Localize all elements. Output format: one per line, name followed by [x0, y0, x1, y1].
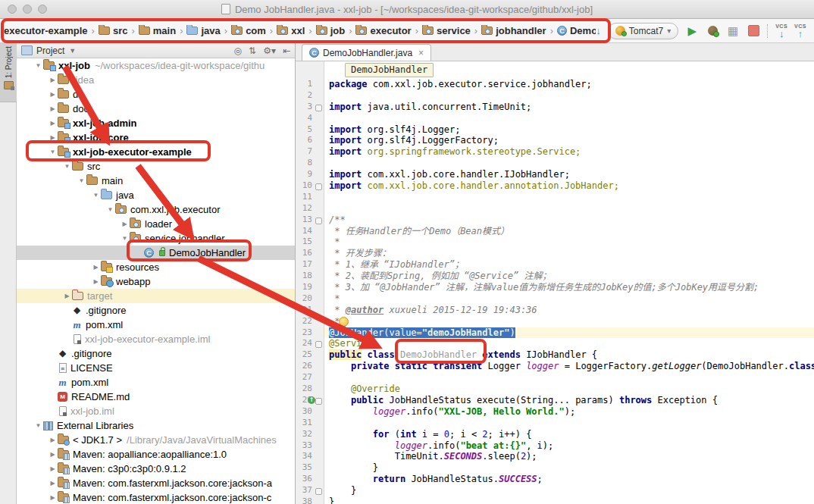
tree-item-doc[interactable]: ▶doc	[17, 102, 295, 116]
tree-closed-arrow-icon[interactable]: ▶	[48, 480, 58, 487]
tree-item-com.xxl.job.executor[interactable]: ▼com.xxl.job.executor	[17, 202, 295, 217]
breadcrumb-item-src[interactable]: src	[99, 25, 128, 36]
code-line-7[interactable]: import org.springframework.stereotype.Se…	[324, 146, 814, 158]
tree-closed-arrow-icon[interactable]: ▶	[48, 451, 58, 458]
code-area[interactable]: package com.xxl.job.executor.service.job…	[324, 61, 814, 504]
locate-file-icon[interactable]: ◎	[234, 45, 242, 56]
tree-item-pom.xml[interactable]: mpom.xml	[17, 318, 295, 332]
breadcrumb-item-service[interactable]: service	[422, 25, 471, 36]
code-line-18[interactable]: * 2、装配到Spring, 例如加 “@Service” 注解；	[324, 271, 814, 282]
chevron-down-icon[interactable]: ▼	[69, 47, 76, 55]
tree-closed-arrow-icon[interactable]: ▶	[48, 494, 58, 501]
breadcrumb-item-com[interactable]: com	[231, 25, 266, 36]
tree-open-arrow-icon[interactable]: ▼	[77, 177, 86, 184]
tree-open-arrow-icon[interactable]: ▼	[120, 235, 130, 242]
code-line-3[interactable]: import java.util.concurrent.TimeUnit;	[324, 102, 814, 113]
tree-closed-arrow-icon[interactable]: ▶	[120, 221, 130, 227]
code-line-22[interactable]: */	[324, 316, 814, 327]
collapse-panel-icon[interactable]: ⇤	[283, 45, 290, 56]
code-line-35[interactable]: }	[324, 462, 814, 474]
tree-item-README.md[interactable]: MREADME.md	[17, 390, 295, 404]
code-line-16[interactable]: * 开发步骤：	[324, 248, 814, 259]
code-line-13[interactable]: /**	[324, 214, 814, 226]
code-line-19[interactable]: * 3、加 “@JobHander” 注解，注解value值为新增任务生成的Jo…	[324, 282, 814, 293]
fold-marker-icon[interactable]	[315, 105, 322, 111]
tree-closed-arrow-icon[interactable]: ▶	[48, 105, 58, 112]
minimize-button[interactable]	[23, 5, 32, 14]
code-line-23[interactable]: @JobHander(value="demoJobHandler")	[324, 327, 814, 339]
tree-closed-arrow-icon[interactable]: ▶	[91, 278, 101, 285]
tree-item-pom.xml[interactable]: mpom.xml	[17, 375, 295, 390]
code-line-37[interactable]: }	[324, 485, 814, 496]
fold-marker-icon[interactable]	[315, 488, 322, 495]
tree-item-External Libraries[interactable]: ▼External Libraries	[17, 418, 295, 433]
code-line-5[interactable]: import org.slf4j.Logger;	[324, 124, 814, 136]
code-line-27[interactable]	[324, 372, 814, 383]
tree-item-xxl-job-admin[interactable]: ▶xxl-job-admin	[17, 116, 295, 130]
code-line-33[interactable]: logger.info("beat at:{}", i);	[324, 440, 814, 452]
tree-item-java[interactable]: ▼java	[17, 188, 295, 202]
coverage-button[interactable]	[726, 24, 740, 38]
tree-open-arrow-icon[interactable]: ▼	[62, 163, 72, 170]
code-line-31[interactable]	[324, 418, 814, 429]
tree-item-.gitignore[interactable]: ◆.gitignore	[17, 346, 295, 361]
tree-item-.idea[interactable]: ▶.idea	[17, 73, 295, 87]
zoom-button[interactable]	[38, 5, 47, 14]
code-line-11[interactable]	[324, 192, 814, 203]
fold-marker-icon[interactable]	[315, 398, 322, 405]
tree-open-arrow-icon[interactable]: ▼	[33, 62, 43, 69]
code-line-29[interactable]: public JobHandleStatus execute(String...…	[324, 395, 814, 406]
tree-closed-arrow-icon[interactable]: ▶	[48, 77, 58, 83]
tree-item-xxl-job.iml[interactable]: xxl-job.iml	[17, 404, 295, 418]
code-line-4[interactable]	[324, 113, 814, 124]
code-line-36[interactable]: return JobHandleStatus.SUCCESS;	[324, 474, 814, 485]
overrides-icon[interactable]: ↑	[308, 396, 315, 404]
tree-item-Maven: com.fasterxml.jackson.core:jackson-a[interactable]: ▶Maven: com.fasterxml.jackson.core:jacks…	[17, 476, 295, 490]
tree-open-arrow-icon[interactable]: ▼	[91, 192, 101, 199]
code-line-34[interactable]: TimeUnit.SECONDS.sleep(2);	[324, 451, 814, 462]
intention-bulb-icon[interactable]	[339, 317, 349, 327]
code-line-32[interactable]: for (int i = 0; i < 2; i++) {	[324, 429, 814, 440]
tree-item-Maven: com.fasterxml.jackson.core:jackson-c[interactable]: ▶Maven: com.fasterxml.jackson.core:jacks…	[17, 490, 295, 504]
tree-item-DemoJobHandler[interactable]: CDemoJobHandler	[17, 246, 295, 260]
tree-closed-arrow-icon[interactable]: ▶	[48, 465, 58, 472]
fold-marker-icon[interactable]	[315, 218, 322, 224]
tree-item-LICENSE[interactable]: ≡LICENSE	[17, 361, 295, 375]
breadcrumb-item-main[interactable]: main	[139, 25, 176, 36]
debug-button[interactable]	[706, 24, 719, 38]
breadcrumb-item-jobhandler[interactable]: jobhandler	[481, 25, 546, 36]
code-line-28[interactable]: @Override	[324, 383, 814, 395]
code-line-15[interactable]: *	[324, 236, 814, 248]
breadcrumb-item-DemoJobHandler[interactable]: CDemoJobHandler	[557, 25, 596, 36]
breadcrumb-item-java[interactable]: java	[186, 25, 220, 36]
tree-item-db[interactable]: ▶db	[17, 87, 295, 102]
editor-tab-demojobhandler[interactable]: C DemoJobHandler.java ×	[302, 44, 431, 61]
stop-button[interactable]	[747, 24, 760, 38]
tree-item-main[interactable]: ▼main	[17, 174, 295, 188]
code-line-8[interactable]	[324, 158, 814, 169]
code-line-21[interactable]: * @author xuxueli 2015-12-19 19:43:36	[324, 305, 814, 316]
tree-item-webapp[interactable]: ▶webapp	[17, 274, 295, 289]
tree-closed-arrow-icon[interactable]: ▶	[48, 120, 58, 127]
tree-item-Maven: aopalliance:aopalliance:1.0[interactable]: ▶Maven: aopalliance:aopalliance:1.0	[17, 447, 295, 462]
tree-item-xxl-job-executor-example[interactable]: ▼xxl-job-executor-example	[17, 145, 295, 159]
scroll-from-source-icon[interactable]: ⇅	[249, 45, 256, 56]
fold-marker-icon[interactable]	[315, 183, 322, 190]
code-line-9[interactable]: import com.xxl.job.core.handler.IJobHand…	[324, 169, 814, 180]
project-tool-window-tab[interactable]: 1: Project	[0, 43, 17, 102]
code-line-2[interactable]	[324, 90, 814, 102]
vcs-commit-button[interactable]: VCS ↑	[794, 23, 806, 39]
code-line-6[interactable]: import org.slf4j.LoggerFactory;	[324, 135, 814, 146]
tree-item-resources[interactable]: ▶resources	[17, 260, 295, 274]
tree-open-arrow-icon[interactable]: ▼	[33, 422, 43, 429]
code-line-25[interactable]: public class DemoJobHandler extends IJob…	[324, 349, 814, 361]
tree-item-xxl-job-core[interactable]: ▶xxl-job-core	[17, 130, 295, 145]
code-line-24[interactable]: @Service	[324, 338, 814, 349]
fold-marker-icon[interactable]	[315, 341, 322, 348]
breadcrumb-item-executor[interactable]: executor	[355, 25, 411, 36]
breadcrumb-item-xxl[interactable]: xxl	[277, 25, 305, 36]
tree-item-xxl-job[interactable]: ▼xxl-job~/workspaces/idea-git-workspace/…	[17, 58, 295, 73]
code-line-12[interactable]	[324, 203, 814, 214]
tree-open-arrow-icon[interactable]: ▼	[105, 206, 115, 213]
code-line-1[interactable]: package com.xxl.job.executor.service.job…	[324, 79, 814, 90]
